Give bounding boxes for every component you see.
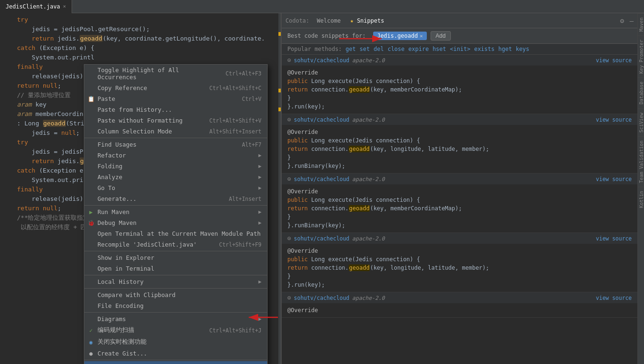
snippet-code: @Override public Long execute(Jedis conn… (282, 184, 637, 232)
vtab-database[interactable]: Database (638, 77, 644, 108)
menu-toggle-highlight[interactable]: Toggle Highlight of All Occurrences Ctrl… (84, 65, 267, 83)
arrow-icon: ▶ (258, 209, 261, 215)
menu-sep-4 (84, 275, 267, 275)
snippet-code: @Override public Long execute(Jedis conn… (282, 125, 637, 173)
method-set[interactable]: set (359, 46, 370, 52)
menu-paste[interactable]: 📋 Paste Ctrl+V (84, 93, 267, 104)
snippets-list[interactable]: ⊙ sohutv/cachecloud apache-2.0 view sour… (282, 55, 637, 364)
menu-code-scan[interactable]: ✓ 编码规约扫描 Ctrl+Alt+Shift+J (84, 324, 267, 336)
snippet-repo[interactable]: sohutv/cachecloud (294, 235, 350, 242)
menu-paste-no-format[interactable]: Paste without Formatting Ctrl+Alt+Shift+… (84, 115, 267, 126)
snippet-repo[interactable]: sohutv/cachecloud (294, 57, 350, 64)
method-exists[interactable]: exists (474, 46, 494, 52)
menu-get-examples[interactable]: ◆ Get relevant examples Ctrl+Shift+O (84, 361, 267, 364)
maven-debug-icon: 🐞 (87, 219, 95, 227)
vtab-team-validation[interactable]: Team Validation (638, 136, 644, 187)
snippet-branch: apache-2.0 (352, 116, 385, 123)
snippet-repo[interactable]: sohutv/cachecloud (294, 295, 350, 301)
maven-run-icon: ▶ (87, 208, 95, 216)
tab-close-icon[interactable]: × (63, 3, 66, 9)
method-del[interactable]: del (374, 46, 384, 52)
settings-icon[interactable]: ⚙ (620, 17, 624, 25)
snippet-item: ⊙ sohutv/cachecloud apache-2.0 view sour… (282, 55, 637, 114)
method-hset[interactable]: hset (432, 46, 446, 52)
view-source-link[interactable]: view source (596, 176, 632, 182)
scrollbar-gutter (278, 13, 281, 364)
menu-paste-history[interactable]: Paste from History... (84, 104, 267, 115)
menu-folding[interactable]: Folding ▶ (84, 161, 267, 172)
menu-recompile[interactable]: Recompile 'JedisClient.java' Ctrl+Shift+… (84, 239, 267, 250)
menu-close-detect[interactable]: ◉ 关闭实时检测功能 (84, 336, 267, 348)
arrow-icon: ▶ (258, 220, 261, 226)
menu-goto[interactable]: Go To ▶ (84, 182, 267, 193)
nav-snippets[interactable]: ★ Snippets (348, 17, 386, 25)
menu-sep-2 (84, 205, 267, 206)
tab-jedisclient[interactable]: JedisClient.java × (0, 0, 72, 13)
snippet-item: ⊙ sohutv/cachecloud apache-2.0 view sour… (282, 292, 637, 318)
menu-sep-1 (84, 138, 267, 138)
menu-sep-5 (84, 288, 267, 289)
menu-refactor[interactable]: Refactor ▶ (84, 150, 267, 161)
snippet-item: ⊙ sohutv/cachecloud apache-2.0 view sour… (282, 233, 637, 292)
tag-remove-icon[interactable]: × (420, 33, 423, 39)
snippet-code: @Override public Long execute(Jedis conn… (282, 66, 637, 114)
menu-file-encoding[interactable]: File Encoding (84, 300, 267, 311)
menu-generate[interactable]: Generate... Alt+Insert (84, 193, 267, 204)
nav-welcome[interactable]: Welcome (315, 17, 343, 25)
github-repo-icon: ⊙ (287, 294, 291, 301)
menu-diagrams[interactable]: Diagrams ▶ (84, 314, 267, 324)
view-source-link[interactable]: view source (596, 116, 632, 123)
menu-show-explorer[interactable]: Show in Explorer (84, 252, 267, 263)
code-line: return jedis.geoadd(key, coordinate.getL… (0, 34, 281, 43)
arrow-icon: ▶ (258, 185, 261, 191)
method-expire[interactable]: expire (408, 46, 429, 52)
codota-panel: Codota: Welcome ★ Snippets ⚙ — Best code… (281, 13, 637, 364)
scrollbar-marker-2 (278, 89, 281, 92)
menu-run-maven[interactable]: ▶ Run Maven ▶ (84, 207, 267, 217)
menu-sep-7 (84, 360, 267, 360)
minimize-icon[interactable]: — (630, 17, 634, 25)
jedis-geoadd-tag[interactable]: Jedis.geoadd × (373, 32, 426, 40)
vtab-key-promoter[interactable]: Key Promoter (638, 35, 644, 77)
menu-local-history[interactable]: Local History ▶ (84, 276, 267, 287)
snippet-branch: apache-2.0 (352, 295, 385, 301)
method-hget[interactable]: hget (498, 46, 512, 52)
method-keys[interactable]: keys (516, 46, 530, 52)
menu-copy-reference[interactable]: Copy Reference Ctrl+Alt+Shift+C (84, 83, 267, 93)
paste-icon: 📋 (87, 95, 95, 103)
method-close[interactable]: close (388, 46, 405, 52)
method-init[interactable]: <init> (450, 46, 470, 52)
snippet-header: ⊙ sohutv/cachecloud apache-2.0 view sour… (282, 174, 637, 184)
snippet-header: ⊙ sohutv/cachecloud apache-2.0 view sour… (282, 55, 637, 66)
menu-sep-3 (84, 251, 267, 251)
menu-create-gist[interactable]: ● Create Gist... (84, 348, 267, 359)
menu-column-selection[interactable]: Column Selection Mode Alt+Shift+Insert (84, 126, 267, 137)
popular-methods-bar: Popular methods: get set del close expir… (282, 44, 637, 55)
tag-label: Jedis.geoadd (377, 33, 418, 39)
code-scan-icon: ✓ (87, 327, 95, 334)
vertical-side-tabs: Maven Key Promoter Database SciView Team… (637, 13, 644, 364)
tab-bar: JedisClient.java × (0, 0, 644, 13)
code-line: jedis = jedisPool.getResource(); (0, 25, 281, 34)
snippet-repo[interactable]: sohutv/cachecloud (294, 116, 350, 123)
snippet-repo[interactable]: sohutv/cachecloud (294, 176, 350, 182)
menu-analyze[interactable]: Analyze ▶ (84, 172, 267, 182)
vtab-sciview[interactable]: SciView (638, 108, 644, 136)
method-get[interactable]: get (346, 46, 356, 52)
view-source-link[interactable]: view source (596, 295, 632, 301)
vtab-kotlin[interactable]: Kotlin (638, 187, 644, 212)
vtab-maven[interactable]: Maven (638, 13, 644, 35)
view-source-link[interactable]: view source (596, 57, 632, 64)
snippet-header: ⊙ sohutv/cachecloud apache-2.0 view sour… (282, 292, 637, 303)
code-editor[interactable]: try jedis = jedisPool.getResource(); ret… (0, 13, 281, 364)
github-repo-icon: ⊙ (287, 57, 291, 64)
menu-debug-maven[interactable]: 🐞 Debug Maven ▶ (84, 217, 267, 228)
snippet-header: ⊙ sohutv/cachecloud apache-2.0 view sour… (282, 233, 637, 244)
menu-find-usages[interactable]: Find Usages Alt+F7 (84, 139, 267, 150)
popular-label: Popular methods: (287, 46, 342, 52)
add-button[interactable]: Add (431, 31, 451, 41)
menu-compare-clipboard[interactable]: Compare with Clipboard (84, 290, 267, 300)
view-source-link[interactable]: view source (596, 235, 632, 242)
menu-open-terminal-maven[interactable]: Open Terminal at the Current Maven Modul… (84, 228, 267, 239)
menu-open-terminal[interactable]: Open in Terminal (84, 263, 267, 274)
